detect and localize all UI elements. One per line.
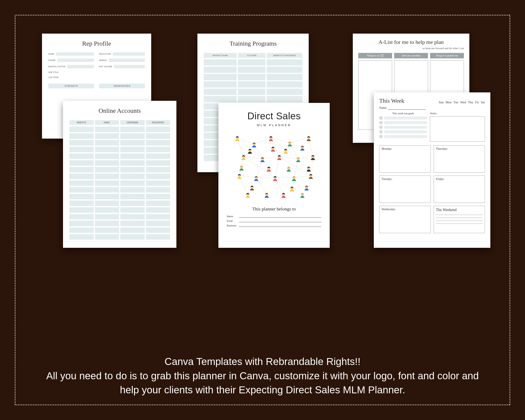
oa-row <box>69 221 170 226</box>
oa-row <box>69 174 170 179</box>
week-days: Sun Mon Tue Wed Thu Fri Sat <box>439 101 485 104</box>
oa-row <box>69 140 170 146</box>
page-this-week: This Week Sun Mon Tue Wed Thu Fri Sat Na… <box>374 93 490 248</box>
oa-row <box>69 234 170 240</box>
rp-label: EST. INCOME <box>99 65 112 68</box>
goal-slot <box>384 135 427 138</box>
weekend-title: The Weekend <box>436 208 483 212</box>
oa-row <box>69 201 170 206</box>
oa-col-password: PASSWORD <box>146 120 170 125</box>
svg-line-0 <box>237 138 254 144</box>
oa-col-username: USERNAME <box>120 120 145 125</box>
alist-col-todo: Things to do <box>358 53 392 58</box>
alist-tagline: to keep me focused and do what I can <box>358 47 464 50</box>
tp-row <box>204 74 302 80</box>
oa-row <box>69 214 170 219</box>
tp-row <box>204 89 302 95</box>
rp-label: MOBILE <box>99 59 107 61</box>
rep-profile-fields: NAME EDUCATION PHONE MOBILE MARITAL STAT… <box>48 52 145 78</box>
rp-label: PHONE <box>48 59 56 61</box>
cover-network-graphic <box>229 131 319 201</box>
rp-label: JOB TITLE <box>48 71 59 73</box>
alist-col-grateful: Things I'm grateful for <box>430 53 464 58</box>
day-friday: Friday: <box>434 176 485 203</box>
goal-item: 1 <box>379 116 427 120</box>
tp-row <box>204 96 302 102</box>
goal-number: 2 <box>379 121 383 124</box>
week-notes: Notes: <box>430 112 485 141</box>
goal-item: 3 <box>379 126 427 129</box>
oa-rows <box>69 127 170 240</box>
goal-slot <box>384 131 427 133</box>
week-name-line: Name: <box>379 106 485 110</box>
rp-colhead-strength: STRENGTH <box>48 84 94 88</box>
notes-title: Notes: <box>430 112 485 115</box>
cover-belongs-to: This planner belongs to <box>252 206 296 212</box>
rep-profile-title: Rep Profile <box>48 40 145 47</box>
oa-row <box>69 160 170 166</box>
oa-row <box>69 147 170 152</box>
rp-slot <box>114 65 145 68</box>
cover-line-name: Name <box>227 215 321 218</box>
week-title: This Week <box>379 97 404 104</box>
day-monday: Monday: <box>379 145 431 173</box>
goal-slot <box>384 117 427 120</box>
oa-col-email: EMAIL <box>95 120 119 125</box>
page-online-accounts: Online Accounts WEBSITE EMAIL USERNAME P… <box>63 101 176 248</box>
rp-slot <box>109 59 145 62</box>
svg-line-10 <box>262 157 279 159</box>
cover-title: Direct Sales <box>247 110 301 121</box>
oa-row <box>69 127 170 132</box>
oa-row <box>69 167 170 172</box>
oa-row <box>69 227 170 233</box>
online-accounts-title: Online Accounts <box>69 107 170 114</box>
svg-line-18 <box>239 176 256 178</box>
oa-row <box>69 133 170 139</box>
tp-header: PRODUCT NAME TO LEARN BENEFITS TO BUSINE… <box>204 53 302 58</box>
day-wednesday: Wednesday: <box>379 206 431 233</box>
rp-label: MARITAL STATUS <box>48 65 66 68</box>
training-title: Training Programs <box>204 40 302 47</box>
cover-line-email: Email <box>227 220 321 222</box>
marketing-copy: Canva Templates with Rebrandable Rights!… <box>15 355 510 397</box>
goal-slot <box>384 126 427 129</box>
check-icon <box>381 54 384 57</box>
day-weekend: The Weekend <box>434 206 485 233</box>
svg-line-11 <box>279 157 298 159</box>
svg-line-12 <box>298 157 313 159</box>
week-goals: This week top goals 12345 <box>379 112 427 141</box>
rp-colhead-weaknesses: WEAKNESSES <box>99 84 145 88</box>
alist-title: A-List for me to help me plan <box>358 39 464 45</box>
svg-line-26 <box>237 138 262 159</box>
oa-row <box>69 187 170 193</box>
goal-number: 1 <box>379 116 383 120</box>
tp-row <box>204 66 302 73</box>
tp-row <box>204 81 302 88</box>
page-direct-sales-cover: Direct Sales MLM PLANNER <box>218 103 330 248</box>
notes-box <box>430 116 485 141</box>
cover-subtitle: MLM PLANNER <box>257 123 291 127</box>
svg-line-27 <box>271 138 298 159</box>
tp-row <box>204 59 302 65</box>
marketing-line1: Canva Templates with Rebrandable Rights!… <box>40 355 485 369</box>
goal-item: 2 <box>379 121 427 124</box>
oa-header: WEBSITE EMAIL USERNAME PASSWORD <box>69 120 170 125</box>
oa-row <box>69 153 170 159</box>
goal-number: 3 <box>379 126 383 129</box>
oa-row <box>69 194 170 199</box>
svg-line-1 <box>254 138 271 144</box>
goal-item: 4 <box>379 130 427 134</box>
day-tuesday: Tuesday: <box>379 176 431 203</box>
rp-slot <box>67 65 94 68</box>
goals-title: This week top goals <box>379 112 427 115</box>
network-icon <box>229 131 319 201</box>
tp-col-product: PRODUCT NAME <box>204 53 237 58</box>
rp-label: LOCATION <box>48 76 59 78</box>
tp-col-benefits: BENEFITS TO BUSINESS <box>267 53 302 58</box>
oa-row <box>69 180 170 186</box>
svg-line-3 <box>290 138 309 143</box>
week-day-grid: Monday: Thursday: Tuesday: Friday: Wedne… <box>379 145 485 233</box>
goal-number: 4 <box>379 130 383 134</box>
goal-item: 5 <box>379 135 427 138</box>
svg-line-21 <box>294 176 311 178</box>
